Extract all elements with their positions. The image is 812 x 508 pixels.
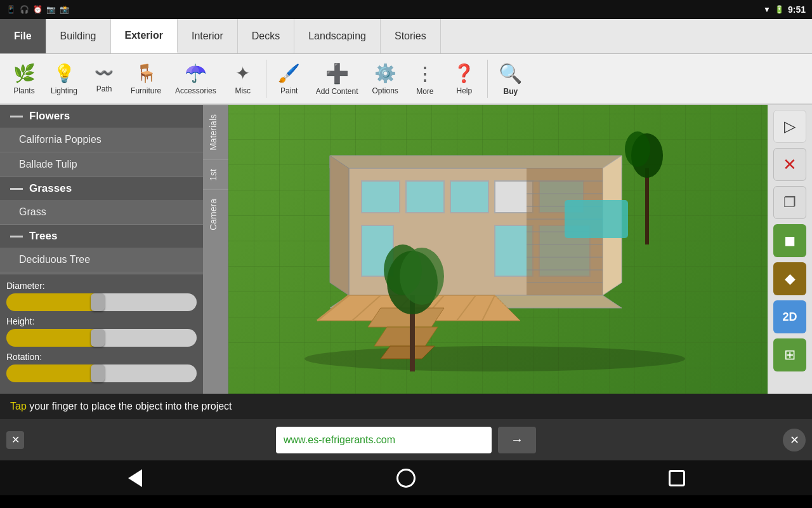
copy-button[interactable]: ❐	[773, 186, 806, 219]
tab-file[interactable]: File	[0, 19, 46, 53]
item-ballade-tulip[interactable]: Ballade Tulip	[0, 152, 203, 177]
status-bar-bottom: Tap your finger to place the object into…	[0, 394, 812, 419]
ad-go-button[interactable]: →	[498, 427, 536, 453]
ad-close-button[interactable]: ✕	[783, 429, 806, 451]
misc-icon: ✦	[235, 63, 250, 84]
grasses-dash	[10, 188, 23, 190]
tab-building[interactable]: Building	[46, 19, 111, 53]
vtab-materials[interactable]: Materials	[203, 105, 228, 159]
height-slider-row: Height:	[6, 316, 197, 347]
toolbar-divider	[266, 60, 266, 98]
terrain-icon: ◆	[785, 271, 796, 287]
alarm-icon: ⏰	[33, 5, 43, 14]
diameter-label: Diameter:	[6, 281, 197, 291]
path-icon: 〰️	[95, 64, 114, 82]
grid-button[interactable]: ⊞	[773, 338, 806, 371]
status-icons: 📱 🎧 ⏰ 📷 📸	[6, 5, 69, 14]
item-california-poppies[interactable]: California Poppies	[0, 128, 203, 152]
tool-add-content[interactable]: ➕ Add Content	[310, 56, 365, 102]
item-deciduous-tree[interactable]: Deciduous Tree	[0, 248, 203, 272]
diameter-slider[interactable]	[6, 293, 197, 311]
camera-icon: 📷	[46, 5, 56, 14]
tool-plants[interactable]: 🌿 Plants	[5, 56, 43, 102]
clock: 9:51	[788, 4, 806, 15]
3d-viewport[interactable]	[228, 105, 768, 394]
options-icon: ⚙️	[374, 63, 396, 84]
more-icon: ⋮	[416, 62, 435, 84]
house-model	[254, 117, 698, 371]
tool-buy[interactable]: 🔍 Buy	[492, 56, 530, 102]
screenshot-icon: 📸	[60, 5, 69, 14]
category-trees[interactable]: Trees	[0, 225, 203, 248]
diameter-thumb[interactable]	[91, 293, 105, 311]
vtab-camera[interactable]: Camera	[203, 189, 228, 239]
recents-icon	[669, 470, 685, 486]
back-icon	[128, 469, 142, 487]
delete-icon: ✕	[783, 155, 797, 175]
tool-furniture[interactable]: 🪑 Furniture	[124, 56, 167, 102]
svg-rect-7	[406, 181, 444, 213]
status-bar: 📱 🎧 ⏰ 📷 📸 ▼ 🔋 9:51	[0, 0, 812, 19]
tool-more[interactable]: ⋮ More	[406, 56, 444, 102]
cursor-button[interactable]: ▷	[773, 110, 806, 143]
vtab-1st[interactable]: 1st	[203, 159, 228, 190]
rotation-slider-row: Rotation:	[6, 352, 197, 382]
category-grasses[interactable]: Grasses	[0, 177, 203, 200]
home-button[interactable]	[390, 462, 422, 494]
tab-exterior[interactable]: Exterior	[111, 19, 178, 53]
height-label: Height:	[6, 316, 197, 326]
tab-bar: File Building Exterior Interior Decks La…	[0, 19, 812, 54]
3d-view-icon: ◼	[784, 232, 796, 249]
ad-url-display: www.es-refrigerants.com	[276, 427, 492, 453]
furniture-icon: 🪑	[135, 63, 157, 84]
tab-stories[interactable]: Stories	[381, 19, 441, 53]
ad-go-icon: →	[511, 432, 523, 447]
rotation-label: Rotation:	[6, 352, 197, 362]
home-icon	[396, 469, 416, 488]
tool-help[interactable]: ❓ Help	[445, 56, 483, 102]
3d-view-button[interactable]: ◼	[773, 224, 806, 257]
headset-icon: 🎧	[20, 5, 29, 14]
tab-landscaping[interactable]: Landscaping	[294, 19, 381, 53]
sidebar-content: Flowers California Poppies Ballade Tulip…	[0, 105, 203, 274]
svg-marker-3	[330, 156, 349, 295]
category-flowers[interactable]: Flowers	[0, 105, 203, 128]
tab-interior[interactable]: Interior	[178, 19, 238, 53]
tool-options[interactable]: ⚙️ Options	[365, 56, 404, 102]
plants-icon: 🌿	[13, 63, 36, 84]
trees-dash	[10, 236, 23, 237]
status-message: Tap your finger to place the object into…	[10, 401, 232, 412]
right-toolbar: ▷ ✕ ❐ ◼ ◆ 2D ⊞	[768, 105, 812, 394]
recents-button[interactable]	[661, 462, 693, 494]
height-thumb[interactable]	[91, 329, 105, 347]
delete-button[interactable]: ✕	[773, 148, 806, 181]
svg-point-0	[304, 346, 685, 371]
svg-marker-32	[374, 327, 438, 346]
back-button[interactable]	[119, 462, 151, 494]
rotation-thumb[interactable]	[91, 364, 105, 382]
terrain-button[interactable]: ◆	[773, 262, 806, 295]
height-slider[interactable]	[6, 329, 197, 347]
svg-rect-41	[565, 200, 628, 238]
tool-paint[interactable]: 🖌️ Paint	[270, 56, 308, 102]
svg-point-37	[400, 248, 444, 305]
2d-icon: 2D	[782, 311, 797, 324]
tool-lighting[interactable]: 💡 Lighting	[44, 56, 84, 102]
ad-dismiss-button[interactable]: ✕	[6, 431, 24, 449]
tool-accessories[interactable]: ☂️ Accessories	[169, 56, 223, 102]
buy-icon: 🔍	[499, 62, 522, 84]
rotation-slider[interactable]	[6, 364, 197, 382]
ad-bar: ✕ www.es-refrigerants.com → ✕	[0, 419, 812, 460]
sliders-panel: Diameter: Height: Rotation:	[0, 274, 203, 394]
flowers-dash	[10, 116, 23, 117]
tool-misc[interactable]: ✦ Misc	[224, 56, 262, 102]
diameter-slider-row: Diameter:	[6, 281, 197, 311]
tablet-icon: 📱	[6, 5, 16, 14]
item-grass[interactable]: Grass	[0, 200, 203, 225]
tool-path[interactable]: 〰️ Path	[85, 56, 123, 102]
tab-decks[interactable]: Decks	[238, 19, 294, 53]
2d-button[interactable]: 2D	[773, 300, 806, 333]
toolbar-divider-2	[487, 60, 488, 98]
sidebar: Flowers California Poppies Ballade Tulip…	[0, 105, 203, 394]
wifi-icon: ▼	[763, 5, 771, 14]
